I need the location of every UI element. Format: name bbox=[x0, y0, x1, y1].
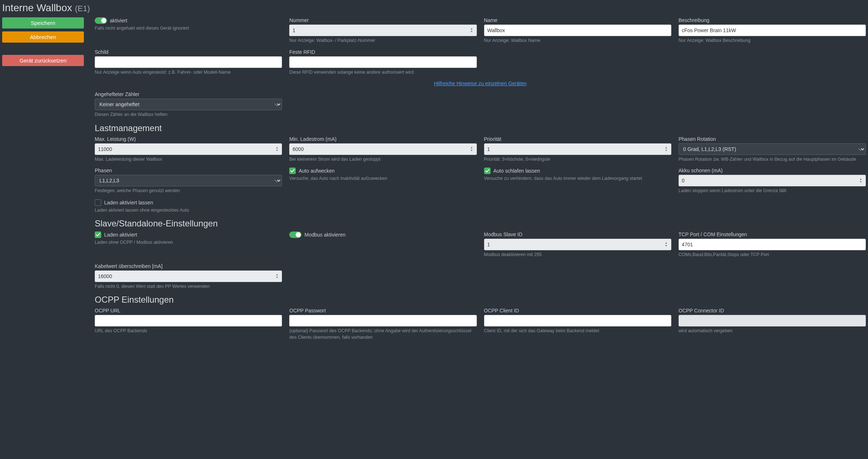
ocpp-client-input[interactable] bbox=[484, 315, 671, 326]
attached-meter-label: Angehefteter Zähler bbox=[95, 91, 282, 97]
feste-rfid-input[interactable] bbox=[289, 56, 476, 68]
description-label: Beschreibung bbox=[679, 17, 866, 23]
reset-device-button[interactable]: Gerät zurücksetzen bbox=[2, 55, 84, 66]
min-current-input[interactable] bbox=[289, 143, 476, 155]
battery-save-label: Akku schonen (mA) bbox=[679, 168, 866, 173]
section-ocpp-title: OCPP Einstellungen bbox=[95, 295, 866, 305]
cable-override-input[interactable] bbox=[95, 270, 282, 282]
schild-label: Schild bbox=[95, 49, 282, 55]
section-load-title: Lastmanagement bbox=[95, 123, 866, 133]
activated-toggle[interactable] bbox=[95, 17, 107, 24]
ocpp-conn-input bbox=[679, 315, 866, 326]
page-title-sub: (E1) bbox=[75, 4, 90, 13]
ocpp-client-hint: Client ID, mit der sich das Gateway beim… bbox=[484, 328, 671, 334]
keep-charge-checkbox[interactable] bbox=[95, 199, 101, 206]
tcp-port-label: TCP Port / COM Einstellungen bbox=[679, 231, 866, 237]
feste-rfid-hint: Diese RFID verwenden solange keine ander… bbox=[289, 69, 476, 76]
modbus-id-hint: Modbus deaktivieren mit 255 bbox=[484, 252, 671, 258]
max-power-input[interactable] bbox=[95, 143, 282, 155]
ocpp-url-hint: URL des OCPP Backends bbox=[95, 328, 282, 334]
keep-charge-hint: Laden aktiviert lassen ohne eingesteckte… bbox=[95, 207, 282, 214]
phase-rot-hint: Phasen Rotation zw. WB-Zähler und Wallbo… bbox=[679, 156, 866, 163]
activated-label: aktiviert bbox=[110, 18, 127, 23]
auto-wake-label: Auto aufwecken bbox=[299, 168, 335, 174]
sidebar: Speichern Abbrechen Gerät zurücksetzen bbox=[2, 17, 84, 66]
ocpp-url-input[interactable] bbox=[95, 315, 282, 326]
priority-input[interactable] bbox=[484, 143, 671, 155]
priority-label: Priorität bbox=[484, 136, 671, 142]
section-slave-title: Slave/Standalone-Einstellungen bbox=[95, 218, 866, 229]
max-power-label: Max. Leistung (W) bbox=[95, 136, 282, 142]
auto-wake-hint: Versuche, das Auto nach Inaktivität aufz… bbox=[289, 176, 476, 182]
ocpp-url-label: OCPP URL bbox=[95, 308, 282, 313]
charge-enabled-label: Laden aktiviert bbox=[104, 232, 137, 238]
tcp-port-hint: COMx,Baud,Bits,Parität,Stops oder TCP Po… bbox=[679, 252, 866, 258]
phase-rot-select[interactable]: 0 Grad, L1,L2,L3 (RST) bbox=[679, 143, 866, 155]
phases-label: Phasen bbox=[95, 168, 282, 173]
modbus-enable-toggle[interactable] bbox=[289, 231, 302, 238]
phases-hint: Festlegen, welche Phasen genutzt werden bbox=[95, 188, 282, 194]
auto-sleep-checkbox[interactable] bbox=[484, 168, 491, 174]
page-title: Interne Wallbox (E1) bbox=[2, 0, 866, 17]
number-label: Nummer bbox=[289, 17, 476, 23]
max-power-hint: Max. Ladeleistung dieser Wallbox bbox=[95, 156, 282, 163]
phases-select[interactable]: L1,L2,L3 bbox=[95, 175, 282, 186]
attached-meter-hint: Diesen Zähler an die Wallbox heften bbox=[95, 112, 282, 118]
number-hint: Nur Anzeige: Wallbox- / Parkplatz-Nummer bbox=[289, 38, 476, 44]
schild-hint: Nur Anzeige wenn Auto eingesteckt: z.B. … bbox=[95, 69, 282, 76]
device-hints-link[interactable]: Hilfreiche Hinweise zu einzelnen Geräten bbox=[434, 81, 526, 86]
description-input[interactable] bbox=[679, 25, 866, 36]
ocpp-conn-label: OCPP Connector ID bbox=[679, 308, 866, 313]
min-current-hint: Bei kleinerem Strom wird das Laden gesto… bbox=[289, 156, 476, 163]
priority-hint: Priorität: 3=höchste, 0=niedrigste bbox=[484, 156, 671, 163]
save-button[interactable]: Speichern bbox=[2, 17, 84, 29]
ocpp-pass-hint: (optional) Passwort des OCPP Backends; o… bbox=[289, 328, 476, 341]
feste-rfid-label: Feste RFID bbox=[289, 49, 476, 55]
battery-save-input[interactable] bbox=[679, 175, 866, 186]
schild-input[interactable] bbox=[95, 56, 282, 68]
name-hint: Nur Anzeige: Wallbox Name bbox=[484, 38, 671, 44]
activated-hint: Falls nicht angehakt wird dieses Gerät i… bbox=[95, 25, 282, 32]
cable-override-label: Kabelwert überschreiben [mA] bbox=[95, 263, 282, 269]
modbus-id-label: Modbus Slave ID bbox=[484, 231, 671, 237]
content: aktiviert Falls nicht angehakt wird dies… bbox=[95, 17, 866, 346]
auto-sleep-label: Auto schlafen lassen bbox=[493, 168, 540, 174]
name-input[interactable] bbox=[484, 25, 671, 36]
number-input[interactable] bbox=[289, 25, 476, 36]
ocpp-pass-label: OCPP Passwort bbox=[289, 308, 476, 313]
tcp-port-input[interactable] bbox=[679, 239, 866, 250]
cancel-button[interactable]: Abbrechen bbox=[2, 31, 84, 43]
modbus-id-input[interactable] bbox=[484, 239, 671, 250]
attached-meter-select[interactable]: Keiner angeheftet bbox=[95, 99, 282, 110]
cable-override-hint: Falls nicht 0, diesen Wert statt des PP … bbox=[95, 283, 282, 290]
battery-save-hint: Laden stoppen wenn Ladestrom unter die G… bbox=[679, 188, 866, 194]
page-title-main: Interne Wallbox bbox=[2, 2, 72, 13]
ocpp-conn-hint: wird automatisch vergeben bbox=[679, 328, 866, 334]
name-label: Name bbox=[484, 17, 671, 23]
description-hint: Nur Anzeige: Wallbox Beschreibung bbox=[679, 38, 866, 44]
ocpp-pass-input[interactable] bbox=[289, 315, 476, 326]
auto-wake-checkbox[interactable] bbox=[289, 168, 296, 174]
phase-rot-label: Phasen Rotation bbox=[679, 136, 866, 142]
auto-sleep-hint: Versuche zu verhindern, dass das Auto im… bbox=[484, 176, 671, 182]
keep-charge-label: Laden aktiviert lassen bbox=[104, 200, 153, 205]
charge-enabled-checkbox[interactable] bbox=[95, 231, 101, 238]
ocpp-client-label: OCPP Client ID bbox=[484, 308, 671, 313]
min-current-label: Min. Ladestrom (mA) bbox=[289, 136, 476, 142]
modbus-enable-label: Modbus aktivieren bbox=[304, 232, 346, 238]
charge-enabled-hint: Laden ohne OCPP / Modbus aktivieren bbox=[95, 239, 282, 246]
